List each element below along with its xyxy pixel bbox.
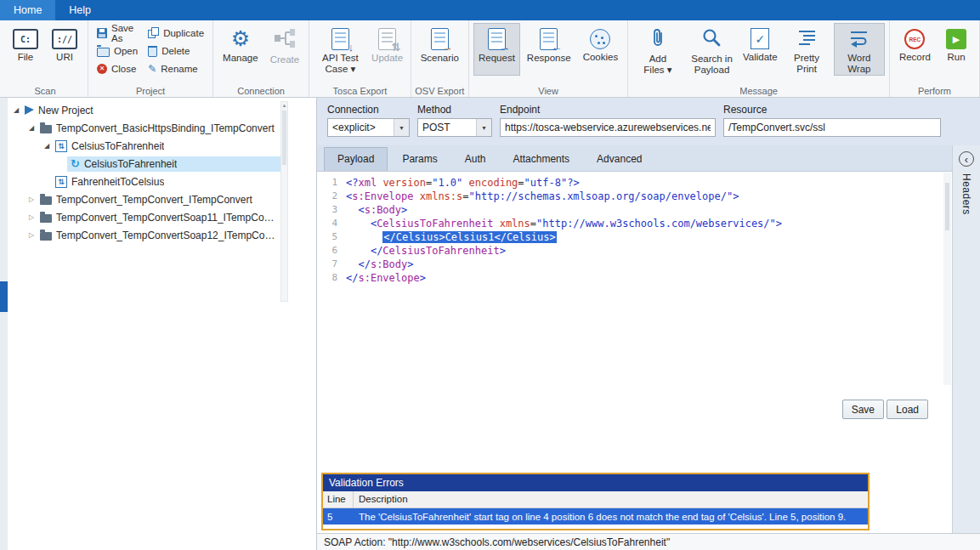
- add-files-button[interactable]: Add Files ▾: [632, 23, 683, 76]
- resource-input[interactable]: [723, 118, 941, 137]
- duplicate-icon: [148, 27, 159, 38]
- tree-item-label: TempConvert_TempConvertSoap12_ITempConve…: [56, 230, 279, 241]
- pretty-print-button[interactable]: Pretty Print: [781, 23, 831, 76]
- ribbon-group-scan: C: File :// URI Scan: [3, 20, 88, 97]
- chevron-down-icon[interactable]: [476, 119, 491, 136]
- code-text: </CelsiusToFahrenheit>: [346, 244, 506, 258]
- create-button[interactable]: Create: [265, 23, 305, 76]
- tree-item-celsiustofahrenheit[interactable]: CelsiusToFahrenheit: [8, 155, 316, 173]
- uri-button-label: URI: [56, 52, 73, 63]
- uri-button[interactable]: :// URI: [46, 23, 83, 76]
- delete-trash-icon: [148, 46, 157, 57]
- column-header-line[interactable]: Line: [323, 491, 354, 507]
- code-line[interactable]: 5 </Celsius>Celsius1</Celsius>: [317, 230, 952, 244]
- rename-button[interactable]: Rename: [144, 60, 208, 77]
- code-line[interactable]: 6 </CelsiusToFahrenheit>: [317, 244, 952, 258]
- expander-icon[interactable]: [11, 106, 21, 114]
- expander-icon[interactable]: [26, 196, 37, 203]
- tree-item-tempconvert-basichttpsbinding[interactable]: TempConvert_BasicHttpsBinding_ITempConve…: [8, 119, 316, 137]
- code-line[interactable]: 1<?xml version="1.0" encoding="utf-8"?>: [317, 176, 952, 190]
- validate-button[interactable]: Validate: [740, 23, 779, 76]
- record-icon: REC: [904, 29, 925, 49]
- method-select[interactable]: POST: [417, 118, 492, 137]
- request-button[interactable]: Request: [473, 23, 520, 76]
- api-test-case-button[interactable]: API Test Case ▾: [314, 23, 366, 76]
- update-button[interactable]: Update: [369, 23, 406, 76]
- duplicate-label: Duplicate: [163, 28, 204, 38]
- save-button[interactable]: Save: [842, 400, 884, 419]
- code-line[interactable]: 8</s:Envelope>: [317, 271, 952, 285]
- run-button[interactable]: Run: [938, 23, 975, 76]
- request-panel: Connection <explicit> Method POST Endpoi…: [316, 98, 980, 550]
- record-button[interactable]: REC Record: [894, 23, 936, 76]
- webservice-icon: [55, 176, 67, 188]
- left-dock-scroll-thumb[interactable]: [0, 281, 8, 312]
- close-button[interactable]: Close: [93, 60, 142, 77]
- ribbon-group-label-scan: Scan: [3, 86, 88, 96]
- tab-auth[interactable]: Auth: [452, 148, 499, 171]
- file-scan-icon: C:: [13, 29, 38, 49]
- rename-label: Rename: [161, 64, 197, 74]
- expander-icon[interactable]: [26, 124, 37, 132]
- tree-item-new-project[interactable]: New Project: [8, 101, 316, 119]
- tree-scroll-thumb[interactable]: [282, 111, 286, 165]
- code-text: </s:Envelope>: [346, 271, 426, 285]
- code-line[interactable]: 3 <s:Body>: [317, 203, 952, 217]
- cookies-button[interactable]: Cookies: [578, 23, 624, 76]
- scenario-button[interactable]: Scenario: [416, 23, 464, 76]
- collapse-panel-button[interactable]: ‹: [959, 151, 974, 167]
- scroll-up-arrow-icon[interactable]: ▲: [281, 102, 287, 109]
- file-button[interactable]: C: File: [7, 23, 44, 76]
- tab-payload[interactable]: Payload: [324, 147, 388, 171]
- endpoint-input[interactable]: [500, 118, 716, 137]
- delete-button[interactable]: Delete: [144, 43, 208, 59]
- tab-advanced[interactable]: Advanced: [584, 148, 654, 171]
- tree-item-fahrenheittocelsius[interactable]: FahrenheitToCelsius: [8, 173, 316, 190]
- expander-icon[interactable]: [42, 142, 52, 150]
- ribbon-group-perform: REC Record Run Perform: [890, 20, 980, 97]
- tree-item-tempconvert-soap12[interactable]: TempConvert_TempConvertSoap12_ITempConve…: [8, 226, 316, 244]
- save-as-button[interactable]: Save As: [93, 25, 142, 41]
- chevron-down-icon[interactable]: [394, 119, 409, 136]
- ribbon-group-label-osv-export: OSV Export: [411, 86, 468, 96]
- tree-item-celsiustofahrenheit-folder[interactable]: CelsiusToFahrenheit: [8, 137, 316, 155]
- tree-item-tempconvert-tempconvert[interactable]: TempConvert_TempConvert_ITempConvert: [8, 190, 316, 208]
- column-header-description[interactable]: Description: [354, 491, 408, 507]
- payload-editor[interactable]: 1<?xml version="1.0" encoding="utf-8"?>2…: [317, 171, 952, 533]
- expander-icon[interactable]: [26, 213, 37, 221]
- editor-scrollbar[interactable]: [943, 173, 951, 385]
- tab-home[interactable]: Home: [0, 0, 55, 20]
- validation-error-row[interactable]: 5 The 'CelsiusToFahrenheit' start tag on…: [323, 508, 868, 524]
- error-line-number: 5: [323, 512, 354, 522]
- tree-item-tempconvert-soap11[interactable]: TempConvert_TempConvertSoap11_ITempConve…: [8, 208, 316, 226]
- editor-scroll-thumb[interactable]: [945, 183, 949, 230]
- expander-icon[interactable]: [26, 231, 37, 239]
- response-button[interactable]: Response: [522, 23, 576, 76]
- tab-headers[interactable]: Headers: [960, 173, 972, 215]
- code-text: </Celsius>Celsius1</Celsius>: [346, 230, 557, 244]
- tab-attachments[interactable]: Attachments: [500, 148, 582, 171]
- headers-side-strip: ‹ Headers: [952, 145, 980, 533]
- rename-pencil-icon: [148, 64, 156, 74]
- line-number: 4: [317, 217, 346, 230]
- code-line[interactable]: 2<s:Envelope xmlns:s="http://schemas.xml…: [317, 190, 952, 203]
- load-button[interactable]: Load: [887, 400, 928, 419]
- code-line[interactable]: 7 </s:Body>: [317, 258, 952, 271]
- line-number: 3: [317, 203, 346, 217]
- tree-scrollbar[interactable]: ▲: [280, 101, 288, 302]
- tab-params[interactable]: Params: [389, 148, 450, 171]
- tab-help[interactable]: Help: [55, 0, 105, 20]
- ribbon-group-label-project: Project: [88, 86, 212, 96]
- connection-select[interactable]: <explicit>: [327, 118, 410, 137]
- folder-icon: [40, 214, 52, 223]
- word-wrap-button[interactable]: Word Wrap: [834, 23, 885, 76]
- code-line[interactable]: 4 <CelsiusToFahrenheit xmlns="http://www…: [317, 217, 952, 230]
- search-in-payload-button[interactable]: Search in Payload: [685, 23, 739, 76]
- ribbon-group-label-connection: Connection: [213, 86, 309, 96]
- open-button[interactable]: Open: [93, 43, 142, 59]
- api-test-case-label: API Test Case ▾: [319, 53, 361, 75]
- duplicate-button[interactable]: Duplicate: [144, 25, 208, 41]
- manage-button[interactable]: Manage: [218, 23, 263, 76]
- close-icon: [97, 64, 107, 74]
- add-files-label: Add Files ▾: [637, 54, 677, 76]
